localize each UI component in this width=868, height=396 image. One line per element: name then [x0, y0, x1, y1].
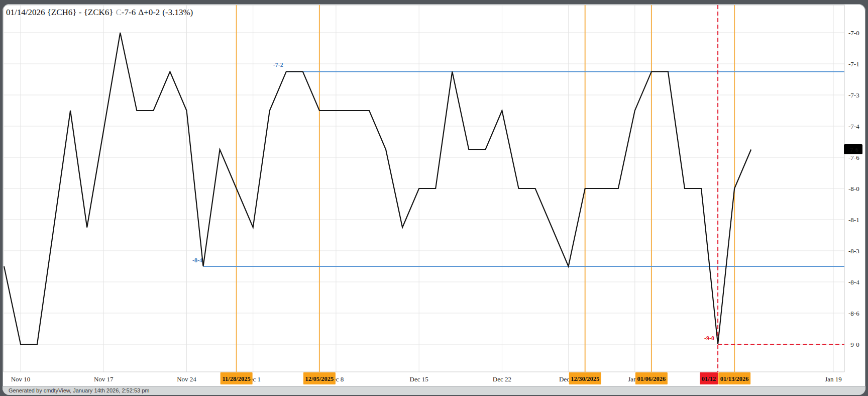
x-tick-label: Nov 10 — [11, 375, 31, 383]
x-tick-label: Jan 19 — [825, 375, 842, 383]
y-tick-label: -8-3 — [848, 247, 859, 255]
date-badge-label: 12/05/2025 — [305, 375, 334, 382]
x-tick-label: Nov 24 — [177, 375, 196, 383]
x-tick-label: Dec 15 — [410, 375, 428, 383]
status-text: Generated by cmdtyView, January 14th 202… — [9, 387, 149, 393]
chart-panel: -7-2-8-4-9-0-7-0-7-1-7-3-7-4-7-6-8-0-8-1… — [3, 4, 865, 395]
y-tick-label: -8-4 — [848, 278, 859, 286]
y-tick-label: -8-6 — [848, 310, 859, 317]
price-chart-canvas[interactable]: -7-2-8-4-9-0-7-0-7-1-7-3-7-4-7-6-8-0-8-1… — [3, 4, 865, 386]
y-tick-label: -7-0 — [848, 29, 859, 37]
y-tick-label: -7-1 — [848, 60, 859, 68]
last-price-badge-label: -7-6 — [848, 146, 858, 153]
title-change-percent: (-3.13%) — [162, 8, 193, 17]
status-bar: Generated by cmdtyView, January 14th 202… — [3, 386, 865, 395]
y-tick-label: -7-6 — [848, 154, 859, 161]
low-value-label: -9-0 — [704, 335, 714, 342]
y-tick-label: -7-4 — [848, 123, 859, 130]
date-badge-label: 01/06/2026 — [637, 375, 666, 382]
x-tick-label: Nov 17 — [94, 375, 114, 383]
title-symbols: 01/14/2026 {ZCH6} - {ZCK6} — [6, 8, 114, 17]
y-tick-label: -8-1 — [848, 216, 859, 224]
title-last-price: -7-6 — [122, 8, 136, 17]
date-badge-label: 01/13/2026 — [720, 375, 749, 382]
date-badge-label: 01/12 — [702, 375, 716, 382]
chart-title: 01/14/2026 {ZCH6} - {ZCK6}C-7-6Δ+0-2(-3.… — [6, 6, 193, 19]
date-badge-label: 12/30/2025 — [571, 375, 599, 382]
title-change: Δ+0-2 — [138, 8, 160, 17]
date-badge-label: 11/28/2025 — [223, 375, 251, 382]
pivot-low-label: -8-4 — [192, 257, 202, 264]
x-tick-label: Dec 22 — [493, 375, 511, 383]
y-tick-label: -9-0 — [848, 341, 859, 348]
y-tick-label: -8-0 — [848, 185, 859, 192]
title-close-flag: C — [116, 8, 122, 17]
pivot-high-label: -7-2 — [273, 61, 283, 68]
y-tick-label: -7-3 — [848, 91, 859, 99]
